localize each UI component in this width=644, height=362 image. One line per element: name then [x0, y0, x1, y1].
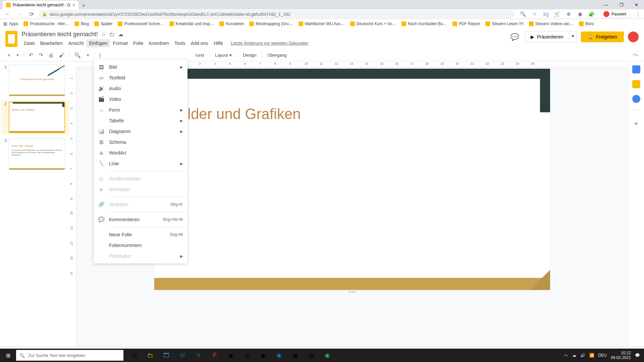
background-button[interactable]: rund — [193, 51, 207, 59]
chrome-icon[interactable]: ◉ — [255, 349, 271, 362]
menu-folie[interactable]: Folie — [131, 39, 146, 47]
onedrive-icon[interactable]: ☁ — [572, 353, 576, 358]
excel-icon[interactable]: X — [191, 349, 207, 362]
insert-table[interactable]: Tabelle▶ — [94, 115, 187, 126]
forward-button[interactable]: → — [15, 9, 24, 19]
bookmark-item[interactable]: Kursideen — [219, 21, 244, 26]
insert-audio[interactable]: 🔊Audio — [94, 83, 187, 94]
move-doc-icon[interactable]: 🗀 — [109, 32, 115, 38]
star-icon[interactable]: ☆ — [531, 11, 538, 17]
back-button[interactable]: ← — [3, 9, 12, 19]
reload-button[interactable]: ⟳ — [27, 9, 36, 19]
network-icon[interactable]: 📶 — [589, 353, 594, 358]
powerpoint-icon[interactable]: P — [207, 349, 223, 362]
spotify-icon[interactable]: ◉ — [319, 349, 335, 362]
bookmark-item[interactable]: Büro — [579, 21, 594, 26]
design-button[interactable]: Design — [240, 51, 259, 59]
minimize-button[interactable]: ― — [599, 0, 614, 9]
doc-title[interactable]: Präsentieren leicht gemacht! — [21, 31, 98, 38]
app-icon[interactable]: ▦ — [287, 349, 303, 362]
tray-chevron-icon[interactable]: ヘ — [564, 353, 568, 358]
keep-icon[interactable] — [632, 80, 640, 88]
apps-bookmark[interactable]: ⊞Apps — [3, 21, 18, 26]
insert-diagram[interactable]: ⊞Schema — [94, 137, 187, 147]
redo-button[interactable]: ↷ — [37, 51, 45, 60]
paint-format-button[interactable]: 🖌 — [57, 51, 66, 60]
slide-thumbnail-1[interactable]: Präsentieren leicht gemacht! — [9, 65, 65, 96]
new-tab-button[interactable]: + — [78, 2, 89, 9]
extension-icon[interactable]: IQ — [543, 11, 549, 17]
bookmark-item[interactable]: Steuern Lesen !!!! — [485, 21, 524, 26]
present-dropdown[interactable]: ▼ — [569, 31, 577, 43]
insert-video[interactable]: 🎬Video — [94, 94, 187, 105]
zoom-icon[interactable]: 🔍 — [520, 11, 527, 17]
slide-canvas[interactable]: Bilder und Grafiken — [154, 69, 550, 290]
close-window-button[interactable]: ✕ — [629, 0, 644, 9]
insert-line[interactable]: ╲Linie▶ — [94, 158, 187, 169]
menu-ansicht[interactable]: Ansicht — [66, 39, 86, 47]
insert-comment[interactable]: 💬KommentierenStrg+Alt+M — [94, 214, 187, 225]
explorer-icon[interactable]: 🗀 — [142, 349, 158, 362]
app-icon[interactable]: ▤ — [303, 349, 319, 362]
menu-anordnen[interactable]: Anordnen — [146, 39, 171, 47]
last-edit-info[interactable]: Letzte Änderung vor wenigen Sekunden — [231, 39, 308, 47]
maximize-button[interactable]: ❐ — [614, 0, 629, 9]
add-sidepanel-icon[interactable]: + — [634, 120, 638, 128]
new-slide-button[interactable]: + — [5, 51, 12, 60]
bookmark-item[interactable]: Noch hochladen Bu… — [401, 21, 447, 26]
volume-icon[interactable]: 🔊 — [580, 353, 585, 358]
insert-shape[interactable]: ○Form▶ — [94, 105, 187, 115]
share-button[interactable]: 🔒 Freigeben — [581, 32, 624, 42]
undo-button[interactable]: ↶ — [27, 51, 35, 60]
task-view-icon[interactable]: ⊡ — [126, 349, 142, 362]
language-indicator[interactable]: DEU — [598, 353, 607, 358]
bookmark-item[interactable]: Kreativität und Insp… — [169, 21, 214, 26]
browser-tab[interactable]: Präsentieren leicht gemacht! - G × — [3, 1, 78, 9]
bookmark-item[interactable]: PDF Report — [452, 21, 480, 26]
print-button[interactable]: 🖨 — [46, 51, 56, 60]
tasks-icon[interactable] — [632, 95, 640, 103]
start-button[interactable]: ⊞ — [0, 349, 16, 362]
comments-button[interactable]: 💬 — [509, 31, 521, 43]
cloud-status-icon[interactable]: ☁ — [118, 31, 123, 38]
collapse-toolbar-icon[interactable]: ヘ — [633, 52, 639, 59]
insert-chart[interactable]: 📊Diagramm▶ — [94, 126, 187, 137]
menu-addons[interactable]: Add-ons — [189, 39, 211, 47]
word-icon[interactable]: W — [174, 349, 191, 362]
user-avatar[interactable] — [628, 32, 639, 42]
bookmark-item[interactable]: Später — [94, 21, 112, 26]
menu-hilfe[interactable]: Hilfe — [211, 39, 225, 47]
menu-einfuegen[interactable]: Einfügen — [87, 39, 110, 47]
new-slide-dropdown[interactable]: ▼ — [14, 52, 21, 58]
zoom-button[interactable]: 🔍 — [72, 51, 83, 60]
circle-icon[interactable]: ⊕ — [566, 11, 572, 17]
resize-handle[interactable] — [349, 291, 355, 293]
slide-thumbnail-2[interactable]: Bilder und Grafiken — [9, 102, 65, 133]
app-icon[interactable]: ◉ — [223, 349, 239, 362]
insert-image[interactable]: 🖼Bild▶ — [94, 62, 187, 72]
edge-icon[interactable]: ◉ — [271, 349, 287, 362]
menu-bearbeiten[interactable]: Bearbeiten — [38, 39, 65, 47]
profile-paused-badge[interactable]: Pausiert — [600, 10, 630, 18]
bookmark-item[interactable]: Blog — [74, 21, 89, 26]
bookmark-item[interactable]: Produktsuche - Mer… — [23, 21, 69, 26]
obs-icon[interactable]: ⊚ — [239, 349, 255, 362]
star-doc-icon[interactable]: ☆ — [101, 31, 106, 38]
extensions-icon[interactable]: 🧩 — [588, 11, 595, 17]
present-button[interactable]: ▶ Präsentieren — [525, 31, 569, 43]
menu-datei[interactable]: Datei — [21, 39, 37, 47]
app-icon[interactable]: 🗔 — [158, 349, 174, 362]
extension2-icon[interactable]: ◉ — [577, 11, 584, 17]
insert-new-slide[interactable]: Neue FolieStrg+M — [94, 229, 187, 240]
insert-slide-numbers[interactable]: Foliennummern — [94, 240, 187, 251]
layout-button[interactable]: Layout ▾ — [212, 51, 234, 59]
transition-button[interactable]: Übergang — [265, 51, 289, 59]
select-tool[interactable]: | — [97, 51, 103, 60]
insert-wordart[interactable]: AWordArt — [94, 147, 187, 158]
menu-icon[interactable]: ⋮ — [635, 11, 641, 17]
slide-thumbnail-3[interactable]: Erste Folie - Beispiel Das ist mein erst… — [9, 138, 65, 170]
address-bar[interactable]: 🔒 docs.google.com/presentation/d/1yV372S… — [39, 10, 515, 18]
slides-logo-icon[interactable] — [5, 31, 17, 47]
slide-title[interactable]: Bilder und Grafiken — [174, 106, 301, 122]
cart-icon[interactable]: 🛒 — [554, 11, 561, 17]
